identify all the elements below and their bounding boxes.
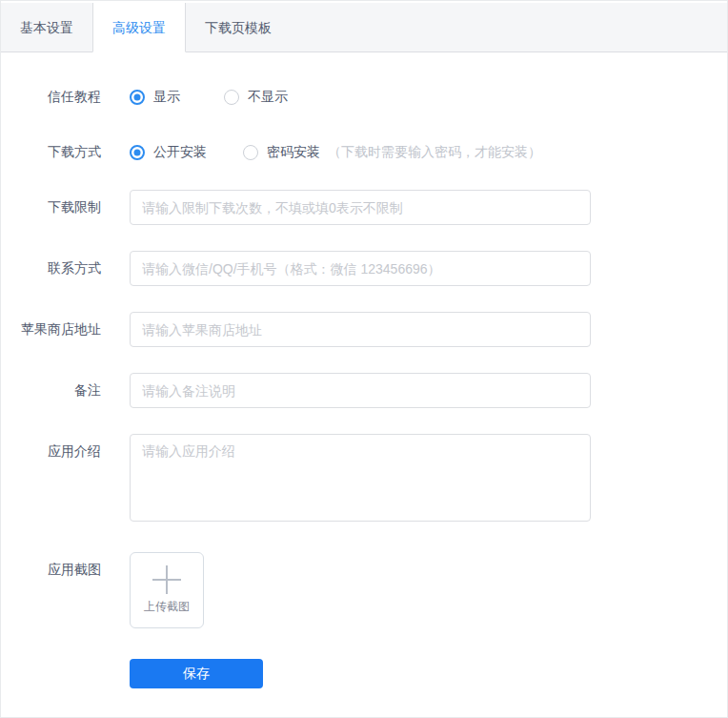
- radio-hide[interactable]: 不显示: [224, 79, 288, 114]
- apple-store-url-input[interactable]: [130, 312, 591, 347]
- tab-advanced-settings[interactable]: 高级设置: [92, 3, 186, 52]
- radio-show-label: 显示: [153, 79, 180, 114]
- apple-store-url-label: 苹果商店地址: [1, 312, 101, 347]
- password-install-note: （下载时需要输入密码，才能安装）: [328, 134, 541, 170]
- app-screenshot-label: 应用截图: [1, 552, 101, 587]
- radio-unselected-icon: [224, 90, 239, 105]
- trust-tutorial-label: 信任教程: [1, 79, 101, 114]
- radio-password-install[interactable]: 密码安装: [243, 134, 320, 170]
- contact-input[interactable]: [130, 251, 591, 286]
- tab-download-page-template[interactable]: 下载页模板: [186, 3, 291, 52]
- tab-bar-filler: [291, 3, 727, 52]
- download-method-label: 下载方式: [1, 134, 101, 170]
- plus-icon: [152, 565, 181, 594]
- upload-screenshot-text: 上传截图: [144, 599, 190, 615]
- radio-password-install-label: 密码安装: [267, 134, 320, 170]
- remark-input[interactable]: [130, 373, 591, 408]
- advanced-settings-panel: 基本设置 高级设置 下载页模板 信任教程 显示 不显示 下载方式: [0, 0, 728, 718]
- radio-show[interactable]: 显示: [130, 79, 180, 114]
- upload-screenshot-button[interactable]: 上传截图: [130, 552, 204, 628]
- form-item-remark: 备注: [1, 373, 727, 408]
- remark-label: 备注: [1, 373, 101, 408]
- form-item-app-intro: 应用介绍: [1, 434, 727, 522]
- app-intro-label: 应用介绍: [1, 434, 101, 469]
- download-limit-input[interactable]: [130, 190, 591, 225]
- app-intro-textarea[interactable]: [130, 434, 591, 522]
- tab-bar: 基本设置 高级设置 下载页模板: [1, 3, 727, 52]
- radio-selected-icon: [130, 145, 145, 160]
- radio-unselected-icon: [243, 145, 258, 160]
- save-button[interactable]: 保存: [130, 659, 263, 688]
- radio-public-install-label: 公开安装: [153, 134, 207, 170]
- radio-selected-icon: [130, 90, 145, 105]
- settings-form: 信任教程 显示 不显示 下载方式 公开安装: [1, 52, 727, 688]
- contact-label: 联系方式: [1, 251, 101, 286]
- form-item-trust-tutorial: 信任教程 显示 不显示: [1, 79, 727, 114]
- form-item-contact: 联系方式: [1, 251, 727, 286]
- form-item-download-limit: 下载限制: [1, 190, 727, 225]
- form-item-download-method: 下载方式 公开安装 密码安装 （下载时需要输入密码，才能安装）: [1, 134, 727, 170]
- radio-hide-label: 不显示: [248, 79, 288, 114]
- download-limit-label: 下载限制: [1, 190, 101, 225]
- form-item-save: 保存: [1, 659, 727, 688]
- form-item-apple-store-url: 苹果商店地址: [1, 312, 727, 347]
- form-item-app-screenshot: 应用截图 上传截图: [1, 552, 727, 628]
- radio-public-install[interactable]: 公开安装: [130, 134, 207, 170]
- tab-basic-settings[interactable]: 基本设置: [1, 3, 92, 52]
